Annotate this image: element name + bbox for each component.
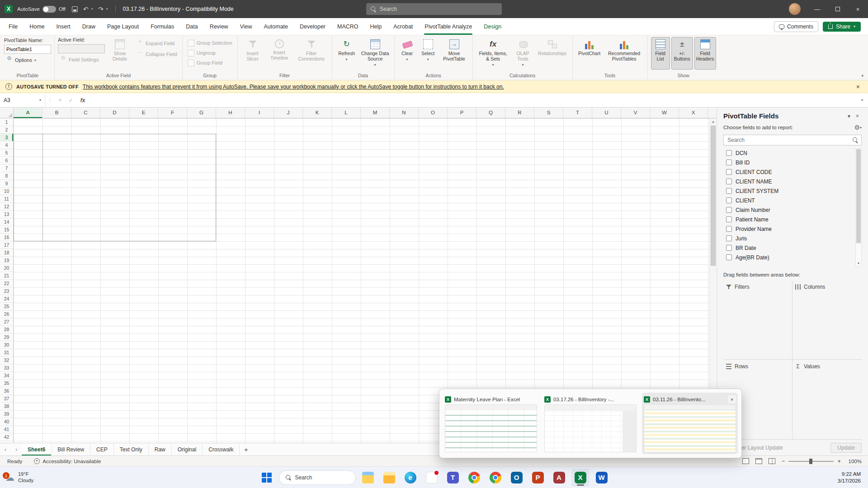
sheet-nav-left-icon[interactable]: ‹	[0, 443, 11, 455]
expand-formula-bar-icon[interactable]: ▾	[856, 98, 868, 102]
fields-scroll-down-icon[interactable]: ▼	[856, 260, 861, 266]
column-header-q[interactable]: Q	[476, 108, 505, 118]
row-header-24[interactable]: 24	[0, 295, 13, 303]
normal-view-icon[interactable]	[742, 458, 749, 464]
row-header-19[interactable]: 19	[0, 257, 13, 264]
row-header-11[interactable]: 11	[0, 195, 13, 203]
columns-area[interactable]: Columns	[793, 280, 862, 360]
window-preview-card[interactable]: Maternity Leave Plan - Excel	[443, 393, 539, 454]
row-header-30[interactable]: 30	[0, 341, 13, 349]
row-header-15[interactable]: 15	[0, 226, 13, 234]
share-button[interactable]: Share ▾	[823, 22, 861, 32]
row-header-40[interactable]: 40	[0, 418, 13, 426]
column-header-p[interactable]: P	[448, 108, 476, 118]
page-break-view-icon[interactable]	[769, 458, 775, 464]
field-item-provider-name[interactable]: Provider Name	[723, 224, 854, 234]
field-headers-toggle[interactable]: Field Headers	[694, 37, 716, 70]
redo-dropdown-icon[interactable]: ▾	[106, 7, 108, 11]
taskbar-app-outlook[interactable]: O	[508, 469, 526, 487]
row-header-26[interactable]: 26	[0, 310, 13, 318]
active-field-input[interactable]	[58, 44, 105, 53]
row-header-17[interactable]: 17	[0, 241, 13, 249]
page-layout-view-icon[interactable]	[755, 458, 762, 464]
row-header-25[interactable]: 25	[0, 303, 13, 310]
row-header-7[interactable]: 7	[0, 164, 13, 172]
row-header-8[interactable]: 8	[0, 172, 13, 180]
tab-data[interactable]: Data	[180, 18, 203, 35]
tools-gear-icon[interactable]: ⚙	[854, 124, 860, 131]
taskbar-app-documents-folder[interactable]	[380, 469, 398, 487]
column-header-a[interactable]: A	[14, 108, 42, 118]
column-header-c[interactable]: C	[71, 108, 100, 118]
warning-message-link[interactable]: This workbook contains features that pre…	[83, 84, 504, 90]
plus-minus-buttons-toggle[interactable]: ± +/- Buttons	[671, 37, 693, 70]
row-header-20[interactable]: 20	[0, 264, 13, 272]
tab-insert[interactable]: Insert	[51, 18, 76, 35]
row-header-33[interactable]: 33	[0, 364, 13, 372]
select-all-corner[interactable]	[0, 108, 14, 118]
row-header-32[interactable]: 32	[0, 357, 13, 364]
user-avatar[interactable]	[789, 3, 801, 15]
row-header-28[interactable]: 28	[0, 326, 13, 333]
row-header-27[interactable]: 27	[0, 318, 13, 326]
fields-scrollbar[interactable]: ▼	[855, 148, 862, 267]
field-checkbox[interactable]	[726, 188, 732, 194]
taskbar-app-chrome-profile[interactable]	[486, 469, 505, 487]
zoom-out-icon[interactable]: −	[782, 458, 785, 465]
title-search-box[interactable]: Search	[366, 3, 502, 15]
collapse-field-button[interactable]: − Collapse Field	[135, 50, 179, 59]
tab-home[interactable]: Home	[24, 18, 50, 35]
column-header-h[interactable]: H	[216, 108, 245, 118]
pivottable-placeholder[interactable]	[14, 134, 216, 241]
taskbar-app-excel[interactable]: X	[571, 469, 590, 487]
row-header-18[interactable]: 18	[0, 249, 13, 257]
field-checkbox[interactable]	[726, 235, 732, 241]
field-item-client-code[interactable]: CLIENT CODE	[723, 167, 854, 177]
row-header-6[interactable]: 6	[0, 157, 13, 164]
column-header-u[interactable]: U	[592, 108, 621, 118]
filters-area[interactable]: Filters	[723, 280, 793, 360]
column-header-f[interactable]: F	[158, 108, 187, 118]
row-header-35[interactable]: 35	[0, 380, 13, 387]
update-button[interactable]: Update	[830, 443, 862, 453]
row-header-31[interactable]: 31	[0, 349, 13, 357]
save-icon[interactable]	[72, 6, 78, 12]
column-header-e[interactable]: E	[129, 108, 158, 118]
tab-pivottable-analyze[interactable]: PivotTable Analyze	[419, 18, 478, 35]
row-header-38[interactable]: 38	[0, 403, 13, 410]
tab-macro[interactable]: MACRO	[331, 18, 364, 35]
row-header-16[interactable]: 16	[0, 234, 13, 241]
tab-view[interactable]: View	[234, 18, 258, 35]
row-header-21[interactable]: 21	[0, 272, 13, 280]
field-checkbox[interactable]	[726, 245, 732, 251]
field-checkbox[interactable]	[726, 216, 732, 222]
field-checkbox[interactable]	[726, 178, 732, 184]
window-preview-card[interactable]: 03.17.26 - BillInventory -...	[542, 393, 638, 454]
close-window-preview-icon[interactable]: ×	[728, 395, 736, 404]
fields-items-sets-button[interactable]: fx Fields, Items, & Sets ▾	[476, 37, 510, 70]
column-header-g[interactable]: G	[187, 108, 216, 118]
recommended-pivottables-button[interactable]: Recommended PivotTables	[604, 37, 644, 70]
field-item-client-system[interactable]: CLIENT SYSTEM	[723, 186, 854, 196]
minimize-button[interactable]: —	[807, 0, 827, 18]
fields-scroll-thumb[interactable]	[856, 149, 861, 243]
tab-automate[interactable]: Automate	[258, 18, 294, 35]
row-header-41[interactable]: 41	[0, 426, 13, 433]
refresh-button[interactable]: ↻ Refresh ▾	[335, 37, 358, 70]
row-header-10[interactable]: 10	[0, 188, 13, 195]
tab-acrobat[interactable]: Acrobat	[387, 18, 419, 35]
field-checkbox[interactable]	[726, 169, 732, 175]
field-item-client[interactable]: CLIENT	[723, 196, 854, 205]
zoom-in-icon[interactable]: +	[837, 458, 841, 465]
row-header-1[interactable]: 1	[0, 118, 13, 126]
autosave-toggle[interactable]	[42, 6, 56, 13]
field-checkbox[interactable]	[726, 207, 732, 213]
fields-search-input[interactable]	[723, 135, 862, 145]
values-area[interactable]: Σ Values	[793, 360, 862, 439]
maximize-button[interactable]	[827, 0, 848, 18]
sheet-nav-right-icon[interactable]: ›	[11, 443, 22, 455]
sheet-tab-text-only[interactable]: Text Only	[114, 443, 149, 455]
field-checkbox[interactable]	[726, 150, 732, 156]
sheet-tab-sheet6[interactable]: Sheet6	[22, 443, 52, 455]
undo-dropdown-icon[interactable]: ▾	[91, 7, 93, 11]
